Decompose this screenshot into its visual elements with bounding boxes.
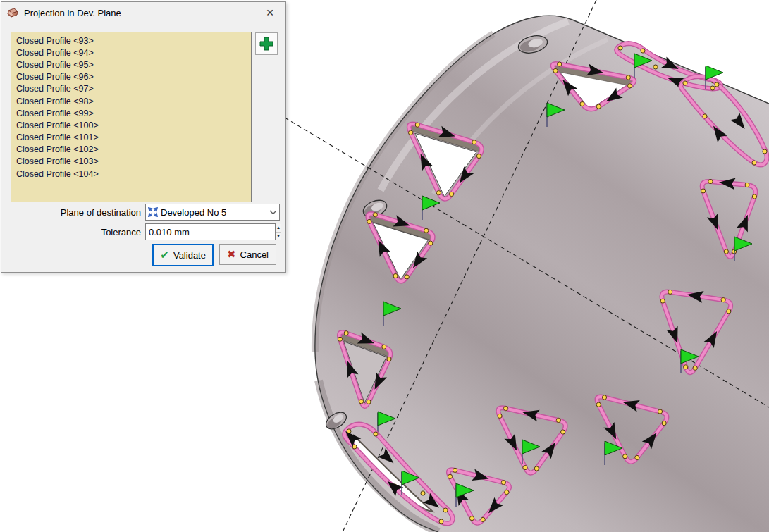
dialog-title: Projection in Dev. Plane — [24, 8, 260, 18]
vertex-dot — [505, 490, 509, 494]
vertex-dot — [415, 123, 419, 127]
vertex-dot — [745, 183, 749, 187]
profile-list-item[interactable]: Closed Profile <100> — [11, 119, 251, 131]
vertex-dot — [618, 46, 622, 50]
tolerance-field-wrap: ▲ ▼ — [145, 223, 276, 240]
vertex-dot — [443, 508, 448, 512]
profile-listbox[interactable]: Closed Profile <93>Closed Profile <94>Cl… — [11, 32, 252, 202]
vertex-dot — [683, 81, 687, 85]
vertex-dot — [635, 455, 639, 459]
vertex-dot — [596, 402, 601, 407]
vertex-dot — [449, 192, 453, 196]
chevron-down-icon — [269, 210, 277, 215]
profile-list-item[interactable]: Closed Profile <101> — [11, 132, 251, 144]
vertex-dot — [701, 189, 706, 193]
checkmark-icon: ✔ — [160, 249, 169, 261]
vertex-dot — [628, 84, 632, 88]
vertex-dot — [626, 75, 630, 80]
vertex-dot — [653, 65, 658, 69]
vertex-dot — [727, 309, 731, 314]
vertex-dot — [580, 101, 584, 106]
vertex-dot — [367, 400, 371, 404]
close-icon[interactable]: ✕ — [260, 4, 280, 21]
vertex-dot — [436, 191, 441, 195]
vertex-dot — [359, 400, 363, 404]
vertex-dot — [367, 219, 371, 223]
cancel-button-label: Cancel — [240, 249, 269, 260]
vertex-dot — [476, 154, 481, 158]
vertex-dot — [498, 414, 502, 418]
vertex-dot — [472, 140, 476, 144]
vertex-dot — [561, 430, 565, 434]
vertex-dot — [641, 49, 645, 53]
profile-list-item[interactable]: Closed Profile <103> — [11, 156, 251, 168]
vertex-dot — [374, 432, 378, 436]
vertex-dot — [658, 409, 662, 414]
vertex-dot — [556, 418, 560, 422]
validate-button-label: Validate — [173, 250, 206, 261]
profile-list-item[interactable]: Closed Profile <93> — [11, 35, 251, 47]
profile-list-item[interactable]: Closed Profile <102> — [11, 144, 251, 156]
vertex-dot — [504, 406, 508, 410]
tolerance-label: Tolerance — [1, 227, 145, 237]
vertex-dot — [393, 273, 398, 278]
vertex-dot — [662, 421, 666, 425]
validate-button[interactable]: ✔ Validate — [152, 244, 214, 266]
vertex-dot — [448, 474, 452, 478]
vertex-dot — [534, 466, 539, 471]
cancel-button[interactable]: ✖ Cancel — [219, 244, 276, 265]
profile-list-item[interactable]: Closed Profile <104> — [11, 168, 251, 180]
vertex-dot — [469, 516, 474, 520]
vertex-dot — [752, 194, 756, 199]
vertex-dot — [602, 395, 606, 400]
plus-icon — [259, 36, 274, 51]
dialog-titlebar[interactable]: Projection in Dev. Plane ✕ — [1, 2, 285, 23]
tolerance-spinner: ▲ ▼ — [276, 224, 281, 240]
vertex-dot — [752, 161, 756, 165]
vertex-dot — [693, 366, 697, 370]
vertex-dot — [715, 82, 719, 87]
vertex-dot — [623, 454, 627, 459]
red-x-icon: ✖ — [227, 248, 236, 261]
vertex-dot — [373, 213, 377, 217]
vertex-dot — [338, 337, 342, 341]
vertex-dot — [724, 249, 728, 254]
profile-list-item[interactable]: Closed Profile <97> — [11, 83, 251, 95]
vertex-dot — [721, 298, 725, 302]
projection-dialog-icon — [7, 7, 19, 18]
vertex-dot — [501, 481, 505, 485]
vertex-dot — [481, 517, 485, 521]
vertex-dot — [684, 365, 688, 369]
add-profile-button[interactable] — [255, 32, 278, 55]
vertex-dot — [596, 104, 601, 109]
vertex-dot — [523, 466, 527, 470]
profile-list-item[interactable]: Closed Profile <94> — [11, 47, 251, 58]
vertex-dot — [710, 86, 715, 90]
vertex-dot — [439, 519, 443, 524]
vertex-dot — [668, 290, 672, 294]
vertex-dot — [429, 241, 433, 245]
vertex-dot — [424, 228, 429, 233]
vertex-dot — [387, 357, 391, 361]
vertex-dot — [409, 130, 413, 135]
vertex-dot — [553, 68, 558, 73]
plane-of-destination-value: Developed No 5 — [161, 207, 269, 218]
vertex-dot — [763, 149, 767, 154]
vertex-dot — [660, 299, 665, 303]
tolerance-input[interactable] — [146, 224, 276, 240]
vertex-dot — [708, 179, 713, 183]
plane-of-destination-label: Plane of destination — [1, 207, 145, 218]
profile-list-item[interactable]: Closed Profile <96> — [11, 71, 251, 83]
vertex-dot — [453, 468, 457, 472]
spinner-down-icon[interactable]: ▼ — [276, 233, 281, 240]
profile-list-item[interactable]: Closed Profile <99> — [11, 107, 251, 119]
profile-list-item[interactable]: Closed Profile <95> — [11, 58, 251, 70]
profile-list-item[interactable]: Closed Profile <98> — [11, 95, 251, 107]
vertex-dot — [558, 62, 562, 66]
vertex-dot — [344, 331, 348, 335]
plane-of-destination-select[interactable]: Developed No 5 — [145, 204, 280, 221]
spinner-up-icon[interactable]: ▲ — [276, 224, 281, 233]
developed-plane-icon — [148, 207, 158, 217]
vertex-dot — [405, 275, 409, 279]
vertex-dot — [421, 491, 425, 495]
